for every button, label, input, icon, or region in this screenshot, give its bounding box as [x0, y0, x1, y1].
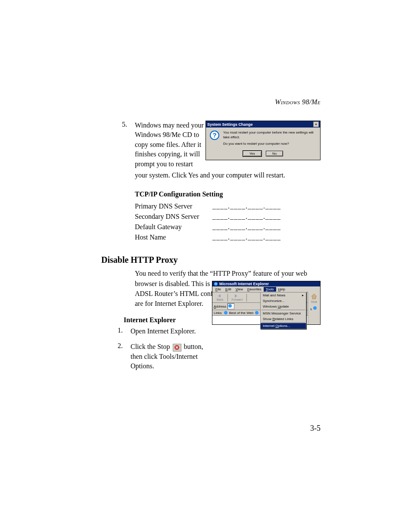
- step-text: Click the Stop button, then click Tools/…: [131, 342, 208, 371]
- step-text: Windows may need your Windows 98/Me CD t…: [135, 121, 204, 169]
- ie-titlebar: Microsoft Internet Explorer: [212, 281, 320, 286]
- step-text: Open Internet Explorer.: [131, 327, 204, 336]
- menu-favorites[interactable]: Favorites: [245, 287, 264, 292]
- dd-internet-options[interactable]: Internet Options...: [261, 323, 306, 329]
- dd-mail-news[interactable]: Mail and News▸: [261, 292, 306, 298]
- menu-tools[interactable]: Tools: [264, 287, 276, 292]
- step-number: 1.: [101, 327, 131, 336]
- svg-point-4: [224, 311, 227, 314]
- section-heading: Disable HTTP Proxy: [101, 255, 321, 265]
- ie-icon: [214, 282, 218, 286]
- dd-windows-update[interactable]: Windows Update: [261, 304, 306, 309]
- page-number: 3-5: [310, 424, 321, 433]
- address-label: Address: [214, 305, 226, 308]
- back-arrow-icon: [217, 294, 223, 298]
- ie-right-panel: Sear s: [308, 292, 320, 324]
- dialog-message-1: You must restart your computer before th…: [223, 130, 317, 140]
- svg-point-5: [255, 311, 258, 314]
- ie-menubar: File Edit View Favorites Tools Help: [212, 286, 320, 292]
- links-item[interactable]: Best of the Web: [229, 311, 254, 315]
- config-table: Primary DNS Server____.____.____.____ Se…: [135, 202, 321, 241]
- forward-arrow-icon: [234, 294, 240, 298]
- step-number: 2.: [101, 342, 131, 371]
- svg-text:?: ?: [212, 131, 216, 139]
- forward-button[interactable]: Forward: [229, 293, 246, 302]
- dialog-message-2: Do you want to restart your computer now…: [223, 141, 317, 146]
- question-icon: ?: [209, 130, 220, 140]
- step-text-continuation: your system. Click Yes and your computer…: [135, 171, 321, 180]
- address-input[interactable]: [227, 303, 234, 309]
- config-label: Secondary DNS Server: [135, 213, 212, 221]
- dialog-titlebar: System Settings Change ×: [206, 121, 320, 128]
- menu-edit[interactable]: Edit: [223, 287, 234, 292]
- config-label: Host Name: [135, 233, 212, 241]
- home-icon[interactable]: [311, 293, 317, 299]
- dd-msn-messenger[interactable]: MSN Messenger Service: [261, 311, 306, 316]
- dd-synchronize[interactable]: Synchronize...: [261, 298, 306, 304]
- system-settings-dialog: System Settings Change × ? You must rest…: [206, 121, 321, 160]
- back-button[interactable]: Back: [214, 293, 226, 302]
- config-value: ____.____.____.____: [212, 233, 281, 241]
- dialog-title-text: System Settings Change: [207, 122, 253, 127]
- step-number: 5.: [101, 121, 135, 169]
- no-button[interactable]: No: [266, 151, 283, 156]
- close-icon[interactable]: ×: [313, 121, 319, 127]
- menu-view[interactable]: View: [234, 287, 245, 292]
- tcpip-heading: TCP/IP Configuration Setting: [135, 190, 321, 198]
- ie-title-text: Microsoft Internet Explorer: [219, 282, 269, 286]
- yes-button[interactable]: Yes: [243, 151, 262, 156]
- config-value: ____.____.____.____: [212, 202, 281, 210]
- menu-file[interactable]: File: [213, 287, 223, 292]
- dd-related-links[interactable]: Show Related Links: [261, 316, 306, 322]
- menu-help[interactable]: Help: [276, 287, 287, 292]
- config-value: ____.____.____.____: [212, 223, 281, 231]
- ie-page-icon: [255, 311, 259, 315]
- svg-point-6: [313, 306, 317, 310]
- stop-icon: [173, 344, 181, 352]
- ie-page-icon: [228, 304, 232, 308]
- config-value: ____.____.____.____: [212, 213, 281, 221]
- page-header: Windows 98/Me: [275, 98, 321, 106]
- svg-point-3: [228, 304, 232, 308]
- links-label: Links: [214, 311, 222, 315]
- ie-page-icon: [313, 306, 318, 310]
- tools-dropdown: Mail and News▸ Synchronize... Windows Up…: [260, 292, 306, 329]
- ie-window-screenshot: Microsoft Internet Explorer File Edit Vi…: [212, 281, 321, 325]
- ie-page-icon: [224, 311, 228, 315]
- config-label: Default Gateway: [135, 223, 212, 231]
- config-label: Primary DNS Server: [135, 202, 212, 210]
